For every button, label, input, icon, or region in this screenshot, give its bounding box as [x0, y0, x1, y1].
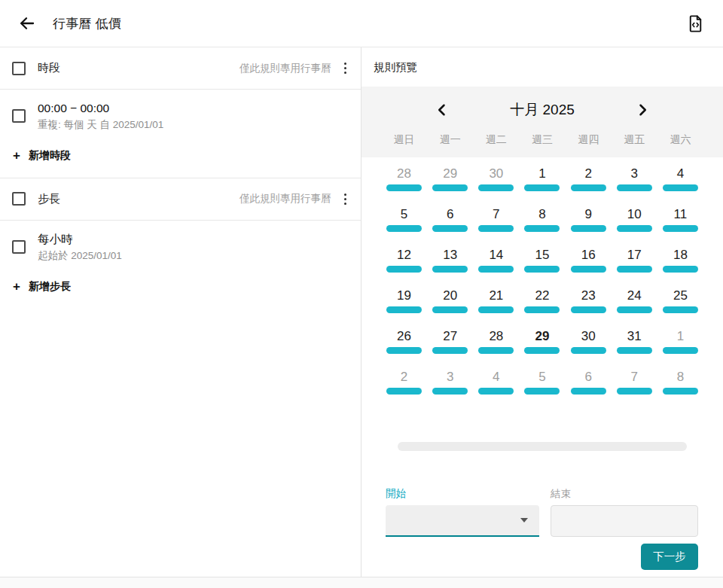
day-marker-bar [386, 306, 422, 313]
next-row: 下一步 [362, 537, 723, 570]
calendar-day[interactable]: 5 [381, 206, 427, 246]
calendar-day[interactable]: 12 [381, 246, 427, 287]
week-row: 2345678 [381, 368, 703, 409]
calendar-day[interactable]: 13 [427, 246, 473, 287]
section-title: 步長 [38, 192, 60, 206]
day-marker-bar [571, 347, 606, 354]
day-marker-bar [524, 388, 560, 395]
day-number: 31 [627, 328, 642, 344]
calendar-day[interactable]: 3 [612, 165, 657, 206]
back-button[interactable] [17, 13, 38, 34]
calendar-day[interactable]: 6 [566, 368, 612, 409]
calendar-day[interactable]: 27 [427, 328, 473, 368]
calendar-day[interactable]: 31 [612, 328, 657, 368]
calendar-day[interactable]: 8 [657, 368, 703, 409]
day-marker-bar [617, 306, 652, 313]
item-checkbox[interactable] [12, 240, 26, 254]
calendar-day[interactable]: 30 [473, 165, 519, 206]
calendar-day[interactable]: 7 [473, 206, 519, 246]
section-step-size: 步長 僅此規則專用行事曆 每小時 起始於 2025/01/01 + 新增步長 [0, 178, 361, 309]
day-number: 24 [627, 288, 642, 303]
day-number: 28 [397, 166, 411, 181]
calendar-day[interactable]: 21 [473, 287, 519, 328]
calendar-day[interactable]: 22 [519, 287, 565, 328]
calendar-day[interactable]: 30 [566, 328, 612, 368]
calendar-day[interactable]: 9 [566, 206, 612, 246]
day-marker-bar [663, 388, 698, 395]
calendar-day[interactable]: 23 [566, 287, 612, 328]
day-number: 30 [581, 328, 596, 344]
day-marker-bar [617, 347, 652, 354]
day-number: 4 [493, 369, 499, 385]
calendar-day[interactable]: 15 [519, 246, 565, 287]
list-item[interactable]: 00:00 − 00:00 重複: 每個 天 自 2025/01/01 [0, 90, 361, 140]
calendar-day[interactable]: 6 [427, 206, 473, 246]
next-month-button[interactable] [633, 100, 652, 120]
day-marker-bar [432, 388, 468, 395]
kebab-menu-icon[interactable] [340, 59, 351, 78]
calendar-day[interactable]: 28 [381, 165, 427, 206]
calendar-day[interactable]: 4 [657, 165, 703, 206]
calendar-day[interactable]: 7 [612, 368, 657, 409]
start-select[interactable] [386, 505, 539, 537]
day-marker-bar [524, 266, 560, 273]
calendar-day[interactable]: 2 [381, 368, 427, 409]
day-marker-bar [571, 306, 606, 313]
day-number: 3 [631, 166, 638, 181]
calendar-day[interactable]: 1 [519, 165, 565, 206]
day-number: 12 [397, 247, 411, 263]
day-marker-bar [617, 225, 652, 232]
day-marker-bar [617, 266, 652, 273]
day-marker-bar [432, 184, 468, 191]
kebab-menu-icon[interactable] [340, 190, 351, 209]
month-navigation: 十月 2025 [362, 96, 723, 124]
calendar-day[interactable]: 11 [657, 206, 703, 246]
day-number: 21 [489, 288, 503, 303]
calendar-day[interactable]: 3 [427, 368, 473, 409]
calendar-header: 十月 2025 週日週一週二週三週四週五週六 [362, 87, 723, 157]
calendar-day[interactable]: 29 [427, 165, 473, 206]
list-item[interactable]: 每小時 起始於 2025/01/01 [0, 221, 361, 271]
add-step-button[interactable]: + 新增步長 [0, 271, 361, 309]
calendar-day[interactable]: 26 [381, 328, 427, 368]
item-checkbox[interactable] [12, 109, 26, 123]
end-input[interactable] [551, 505, 698, 537]
calendar-day[interactable]: 5 [519, 368, 565, 409]
add-time-period-button[interactable]: + 新增時段 [0, 140, 361, 178]
calendar-day[interactable]: 25 [657, 287, 703, 328]
calendar-day[interactable]: 4 [473, 368, 519, 409]
section-checkbox[interactable] [12, 192, 26, 206]
rule-preview-panel: 規則預覽 十月 2025 週日週一週二週三週四週五週六 282930123456… [362, 47, 723, 577]
day-marker-bar [432, 347, 468, 354]
calendar-day[interactable]: 1 [657, 328, 703, 368]
calendar-day[interactable]: 14 [473, 246, 519, 287]
day-marker-bar [432, 266, 468, 273]
calendar-day[interactable]: 10 [612, 206, 657, 246]
day-marker-bar [386, 388, 422, 395]
day-marker-bar [386, 184, 422, 191]
day-number: 28 [489, 328, 503, 344]
calendar-day[interactable]: 18 [657, 246, 703, 287]
day-marker-bar [663, 347, 698, 354]
day-number: 18 [673, 247, 688, 263]
calendar-scrollbar[interactable] [398, 442, 687, 451]
calendar-day[interactable]: 17 [612, 246, 657, 287]
previous-month-button[interactable] [432, 100, 452, 120]
calendar-day[interactable]: 8 [519, 206, 565, 246]
calendar-day[interactable]: 19 [381, 287, 427, 328]
calendar-day[interactable]: 29 [519, 328, 565, 368]
calendar-day[interactable]: 20 [427, 287, 473, 328]
calendar-day[interactable]: 16 [566, 246, 612, 287]
day-number: 4 [677, 166, 684, 181]
next-step-button[interactable]: 下一步 [641, 544, 698, 570]
day-number: 15 [535, 247, 550, 263]
day-marker-bar [386, 347, 422, 354]
calendar-day[interactable]: 28 [473, 328, 519, 368]
section-checkbox[interactable] [12, 62, 26, 75]
calendar-day[interactable]: 2 [566, 165, 612, 206]
weekday-label: 週三 [519, 133, 565, 147]
day-marker-bar [524, 225, 560, 232]
calendar-day[interactable]: 24 [612, 287, 657, 328]
day-marker-bar [478, 184, 514, 191]
export-code-button[interactable] [684, 12, 706, 35]
